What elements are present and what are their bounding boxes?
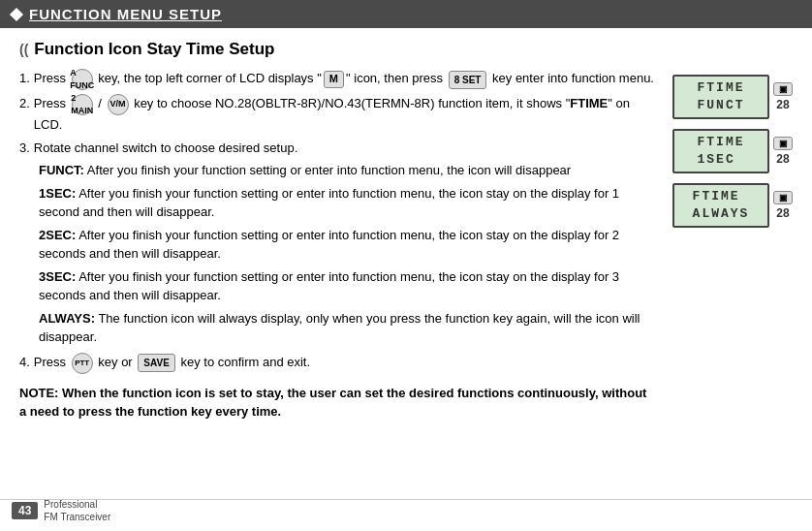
main-text-column: (( Function Icon Stay Time Setup 1. Pres… — [19, 40, 657, 422]
lcd-1-line2: FUNCT — [697, 97, 744, 114]
lcd-2-line1: FTIME — [697, 134, 744, 151]
note-text: NOTE: When the function icon is set to s… — [19, 384, 657, 422]
lcd-screen-1: FTIME FUNCT — [672, 75, 769, 119]
8set-key-icon: 8 SET — [449, 71, 487, 89]
lcd-badge-1-icon: ▣ — [773, 82, 793, 96]
m-icon: M — [324, 71, 344, 87]
footer: 43 Professional FM Transceiver — [12, 498, 110, 523]
step-3: 3. Rotate channel switch to choose desir… — [19, 139, 657, 158]
lcd-panels: FTIME FUNCT ▣ 28 FTIME 1SEC — [672, 75, 793, 422]
sub-text-2sec: After you finish your function setting o… — [39, 228, 619, 262]
step-4-num: 4. — [19, 353, 30, 372]
step-1: 1. Press AFUNC key, the top left corner … — [19, 69, 657, 90]
step-3-num: 3. — [19, 139, 30, 158]
lcd-screen-3-inner: FTIME ALWAYS — [693, 188, 750, 223]
sub-item-funct: FUNCT: After you finish your function se… — [39, 161, 657, 180]
footer-divider — [0, 499, 812, 500]
lcd-screen-2-inner: FTIME 1SEC — [697, 134, 744, 169]
sub-label-2sec: 2SEC: — [39, 228, 76, 242]
sub-text-1sec: After you finish your function setting o… — [39, 186, 619, 220]
main-key-icon: 2MAIN — [72, 94, 93, 115]
ptt-key-icon: PTT — [72, 353, 93, 374]
sub-items: FUNCT: After you finish your function se… — [39, 161, 657, 347]
step-1-content: Press AFUNC key, the top left corner of … — [34, 69, 654, 90]
header-bar: FUNCTION MENU SETUP — [0, 0, 812, 28]
wave-icon: (( — [19, 42, 28, 57]
lcd-badge-2-num: 28 — [776, 152, 789, 166]
lcd-badge-1-num: 28 — [776, 98, 789, 111]
sub-label-funct: FUNCT: — [39, 163, 84, 177]
content-area: (( Function Icon Stay Time Setup 1. Pres… — [0, 28, 812, 431]
save-key-icon: SAVE — [138, 354, 175, 372]
section-title: (( Function Icon Stay Time Setup — [19, 40, 657, 59]
lcd-panel-3: FTIME ALWAYS ▣ 28 — [672, 183, 793, 228]
step-3-content: Rotate channel switch to choose desired … — [34, 139, 297, 158]
sub-item-1sec: 1SEC: After you finish your function set… — [39, 184, 657, 222]
lcd-badge-3-num: 28 — [776, 206, 789, 220]
footer-line1: Professional — [44, 498, 110, 511]
lcd-screen-1-inner: FTIME FUNCT — [697, 79, 744, 114]
lcd-panel-2: FTIME 1SEC ▣ 28 — [672, 129, 793, 173]
sub-label-3sec: 3SEC: — [39, 269, 76, 284]
footer-line2: FM Transceiver — [44, 511, 110, 523]
section-title-text: Function Icon Stay Time Setup — [34, 40, 274, 59]
lcd-screen-2: FTIME 1SEC — [672, 129, 769, 173]
sub-text-funct: After you finish your function setting o… — [87, 163, 571, 177]
sub-label-1sec: 1SEC: — [39, 186, 76, 201]
vfo-key-icon: V/M — [108, 94, 129, 115]
sub-item-always: ALWAYS: The function icon will always di… — [39, 309, 657, 347]
sub-item-2sec: 2SEC: After you finish your function set… — [39, 226, 657, 264]
step-4: 4. Press PTT key or SAVE key to confirm … — [19, 353, 657, 374]
lcd-panel-1: FTIME FUNCT ▣ 28 — [672, 75, 793, 119]
lcd-badge-2-icon: ▣ — [773, 137, 793, 150]
step-4-content: Press PTT key or SAVE key to confirm and… — [34, 353, 310, 374]
step-2-num: 2. — [19, 94, 30, 113]
sub-text-always: The function icon will always display, o… — [39, 311, 640, 345]
step-1-num: 1. — [19, 69, 30, 88]
page-number: 43 — [12, 502, 38, 519]
page-container: FUNCTION MENU SETUP (( Function Icon Sta… — [0, 0, 812, 531]
lcd-screen-3: FTIME ALWAYS — [672, 183, 769, 228]
step-2-content: Press 2MAIN / V/M key to choose NO.28(OB… — [34, 94, 657, 135]
lcd-badge-3: ▣ 28 — [773, 191, 793, 220]
lcd-3-line2: ALWAYS — [693, 205, 750, 223]
lcd-3-line1: FTIME — [693, 188, 750, 205]
sub-item-3sec: 3SEC: After you finish your function set… — [39, 267, 657, 305]
lcd-badge-2: ▣ 28 — [773, 137, 793, 166]
header-diamond-icon — [10, 7, 23, 20]
sub-text-3sec: After you finish your function setting o… — [39, 269, 619, 303]
footer-text: Professional FM Transceiver — [44, 498, 110, 523]
func-key-icon: AFUNC — [72, 69, 93, 90]
lcd-badge-3-icon: ▣ — [773, 191, 793, 204]
step-2: 2. Press 2MAIN / V/M key to choose NO.28… — [19, 94, 657, 135]
page-title: FUNCTION MENU SETUP — [29, 6, 222, 22]
lcd-badge-1: ▣ 28 — [773, 82, 793, 111]
lcd-1-line1: FTIME — [697, 79, 744, 97]
sub-label-always: ALWAYS: — [39, 311, 95, 326]
lcd-2-line2: 1SEC — [697, 151, 744, 169]
